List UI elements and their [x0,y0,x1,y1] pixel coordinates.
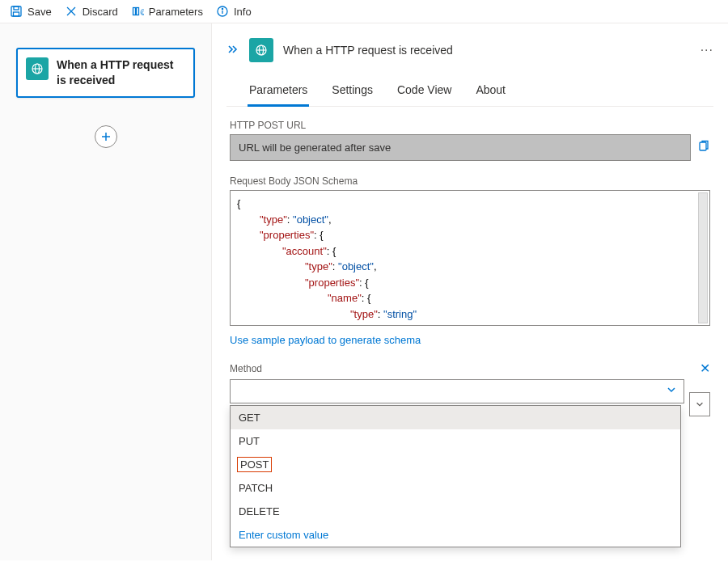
method-dropdown-trigger[interactable] [230,379,684,403]
more-menu-button[interactable]: ··· [700,43,713,57]
svg-rect-1 [14,6,19,10]
parameters-button[interactable]: @ Parameters [131,5,203,18]
method-option-put[interactable]: PUT [231,429,680,453]
svg-rect-0 [11,6,21,16]
method-option-post[interactable]: POST [237,457,272,472]
tab-settings[interactable]: Settings [330,77,375,106]
method-option-delete[interactable]: DELETE [231,500,680,523]
method-field-label: Method [230,363,262,374]
http-trigger-icon [26,57,49,80]
chevron-down-icon [666,384,677,399]
method-option-patch[interactable]: PATCH [231,476,680,500]
toolbar: Save Discard @ Parameters Info [0,0,728,23]
method-option-get[interactable]: GET [231,406,680,429]
info-icon [216,5,229,18]
use-sample-payload-link[interactable]: Use sample payload to generate schema [230,334,421,346]
method-dropdown-menu: GET PUT POST PATCH DELETE Enter custom v… [230,405,681,547]
discard-label: Discard [83,6,118,18]
schema-textarea[interactable]: { "type": "object", "properties": { "acc… [230,190,710,326]
remove-method-button[interactable]: ✕ [700,361,710,376]
http-trigger-icon [249,38,273,62]
secondary-dropdown-trigger[interactable] [689,392,710,416]
tab-about[interactable]: About [474,77,507,106]
url-field-label: HTTP POST URL [230,120,710,131]
save-button[interactable]: Save [10,5,52,18]
discard-button[interactable]: Discard [65,5,118,18]
info-button[interactable]: Info [216,5,252,18]
svg-rect-6 [136,8,138,15]
add-step-button[interactable] [95,125,117,148]
save-icon [10,5,23,18]
tabs: Parameters Settings Code View About [226,77,713,107]
collapse-panel-button[interactable] [226,44,239,57]
svg-rect-5 [133,8,135,15]
method-option-custom[interactable]: Enter custom value [231,523,680,547]
tab-parameters[interactable]: Parameters [248,77,309,107]
designer-canvas: When a HTTP request is received [0,23,212,560]
trigger-card[interactable]: When a HTTP request is received [16,48,195,98]
save-label: Save [28,6,52,18]
panel-title: When a HTTP request is received [283,44,691,57]
svg-point-10 [222,8,222,9]
copy-url-button[interactable] [697,140,710,156]
details-panel: When a HTTP request is received ··· Para… [212,23,728,560]
parameters-icon: @ [131,5,144,18]
discard-icon [65,5,78,18]
svg-rect-2 [14,12,19,16]
parameters-label: Parameters [149,6,203,18]
svg-text:@: @ [140,8,144,16]
schema-field-label: Request Body JSON Schema [230,175,710,187]
svg-rect-19 [700,142,706,150]
info-label: Info [234,6,252,18]
tab-code-view[interactable]: Code View [396,77,453,106]
trigger-card-title: When a HTTP request is received [57,57,185,88]
url-readonly-field: URL will be generated after save [230,134,691,161]
